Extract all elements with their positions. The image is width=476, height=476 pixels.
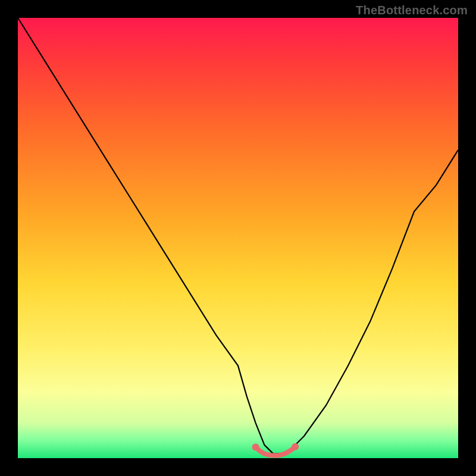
chart-plot-area — [18, 18, 458, 458]
bottleneck-floor-endcap — [252, 444, 259, 451]
watermark-text: TheBottleneck.com — [356, 4, 468, 17]
bottleneck-curve-path — [18, 18, 458, 454]
bottleneck-floor-group — [252, 443, 299, 456]
bottleneck-floor-endcap — [292, 443, 299, 450]
chart-svg — [18, 18, 458, 458]
chart-frame: TheBottleneck.com — [0, 0, 476, 476]
bottleneck-floor-path — [256, 447, 296, 456]
